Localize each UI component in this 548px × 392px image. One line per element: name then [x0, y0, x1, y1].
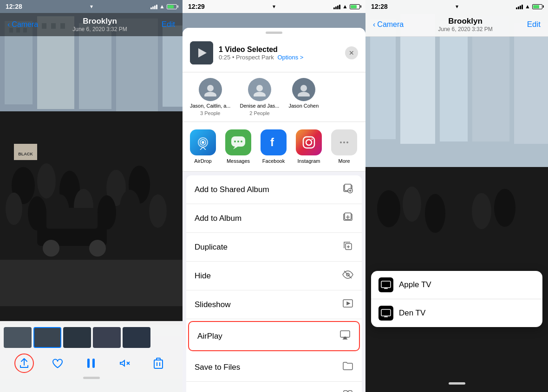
apps-row: AirDrop Messages f — [183, 122, 365, 172]
svg-point-59 — [202, 141, 204, 144]
svg-point-70 — [312, 139, 313, 140]
pause-button-1[interactable] — [81, 353, 101, 373]
collect-board-icon — [342, 389, 353, 392]
svg-rect-42 — [157, 358, 160, 360]
wifi-icon-1: ▲ — [159, 3, 165, 10]
duplicate-icon — [342, 240, 353, 254]
share-button-1[interactable] — [14, 353, 34, 373]
status-icons-2: ▲ — [333, 3, 360, 10]
svg-text:f: f — [270, 136, 274, 148]
app-more[interactable]: More — [331, 129, 357, 164]
thumbnail-2[interactable] — [33, 327, 61, 348]
edit-button-3[interactable]: Edit — [527, 20, 541, 29]
svg-point-71 — [340, 141, 342, 143]
background-photo-3 — [365, 0, 548, 392]
action-label-airplay: AirPlay — [197, 332, 222, 341]
svg-rect-36 — [87, 359, 90, 368]
nav-title-1: Brooklyn June 6, 2020 3:32 PM — [38, 17, 161, 32]
mute-button-1[interactable] — [115, 353, 135, 373]
svg-rect-68 — [303, 137, 314, 148]
airplay-device-appletv[interactable]: Apple TV — [371, 271, 542, 299]
battery-icon-1 — [167, 4, 177, 9]
svg-rect-98 — [370, 19, 396, 139]
home-indicator-3 — [365, 382, 548, 388]
thumbnail-5[interactable] — [123, 327, 150, 348]
like-button-1[interactable] — [48, 353, 67, 373]
svg-point-109 — [494, 189, 515, 227]
action-add-shared-album[interactable]: Add to Shared Album — [186, 175, 362, 204]
svg-point-66 — [241, 141, 242, 142]
contact-avatar-2 — [248, 78, 271, 101]
album-date-1: June 6, 2020 3:32 PM — [38, 26, 161, 32]
app-facebook[interactable]: f Facebook — [261, 129, 287, 164]
svg-rect-37 — [92, 359, 95, 368]
svg-marker-89 — [347, 302, 350, 305]
status-icons-3: ▲ — [516, 3, 542, 10]
contact-name-2: Denise and Jas... — [240, 103, 279, 109]
svg-point-55 — [300, 85, 307, 91]
app-airdrop[interactable]: AirDrop — [190, 129, 216, 164]
back-button-3[interactable]: ‹ Camera — [373, 20, 404, 29]
contact-item-1[interactable]: Jason, Caitlin, a... 3 People — [190, 78, 230, 116]
panel-1: BLACK 12:28 ▾ ▲ — [0, 0, 183, 392]
album-name-3: Brooklyn — [404, 17, 527, 26]
app-label-messages: Messages — [227, 158, 250, 164]
svg-rect-114 — [381, 309, 391, 316]
share-title: 1 Video Selected — [219, 45, 345, 54]
battery-icon-2 — [350, 4, 360, 9]
back-label-3: Camera — [377, 20, 404, 29]
svg-point-106 — [425, 194, 445, 233]
contact-count-2: 2 People — [249, 110, 269, 116]
svg-line-60 — [200, 147, 203, 150]
action-duplicate[interactable]: Duplicate — [186, 233, 362, 262]
svg-point-52 — [204, 92, 216, 96]
share-video-thumbnail — [190, 41, 213, 64]
thumbnail-3[interactable] — [63, 327, 91, 348]
svg-point-105 — [403, 186, 421, 222]
panel-3: 12:28 ▾ ▲ ‹ Camera Brooklyn June 6, 2020… — [365, 0, 548, 392]
svg-point-54 — [254, 92, 266, 96]
action-add-album[interactable]: Add to Album — [186, 204, 362, 233]
action-collect-board[interactable]: Add to Collect board — [186, 382, 362, 392]
nav-title-3: Brooklyn June 6, 2020 3:32 PM — [404, 17, 527, 32]
home-indicator-1 — [83, 377, 100, 379]
thumbnail-1[interactable] — [4, 327, 32, 348]
edit-button-1[interactable]: Edit — [162, 20, 175, 29]
svg-point-65 — [237, 141, 239, 142]
svg-rect-111 — [381, 281, 391, 288]
wifi-icon-2: ▲ — [342, 3, 348, 10]
add-album-icon — [342, 212, 353, 225]
action-hide[interactable]: Hide — [186, 262, 362, 290]
app-instagram[interactable]: Instagram — [296, 129, 322, 164]
share-meta: 1 Video Selected 0:25 • Prospect Park Op… — [219, 45, 345, 61]
delete-button-1[interactable] — [149, 353, 168, 373]
action-airplay[interactable]: AirPlay — [188, 321, 360, 351]
svg-point-72 — [343, 141, 345, 143]
contact-item-2[interactable]: Denise and Jas... 2 People — [240, 78, 279, 116]
svg-rect-100 — [440, 21, 468, 141]
chevron-left-icon-1: ‹ — [7, 20, 10, 29]
airplay-device-dentv[interactable]: Den TV — [371, 299, 542, 327]
messages-icon — [225, 129, 251, 155]
album-name-1: Brooklyn — [38, 17, 161, 26]
battery-icon-3 — [532, 4, 542, 9]
device-name-appletv: Apple TV — [399, 280, 431, 289]
svg-point-56 — [298, 92, 310, 96]
share-header: 1 Video Selected 0:25 • Prospect Park Op… — [183, 34, 365, 72]
share-options-link[interactable]: Options > — [277, 54, 303, 61]
contact-avatar-1 — [199, 78, 222, 101]
status-time-1: 12:28 — [6, 3, 22, 10]
share-close-button[interactable]: ✕ — [345, 46, 358, 59]
app-messages[interactable]: Messages — [225, 129, 251, 164]
app-label-facebook: Facebook — [262, 158, 285, 164]
chevron-left-icon-3: ‹ — [373, 20, 375, 29]
back-button-1[interactable]: ‹ Camera — [7, 20, 38, 29]
thumbnail-4[interactable] — [93, 327, 121, 348]
action-slideshow[interactable]: Slideshow — [186, 290, 362, 319]
panel-2: 12:29 ▾ ▲ — [183, 0, 365, 392]
share-sheet: 1 Video Selected 0:25 • Prospect Park Op… — [183, 28, 365, 392]
action-save-files[interactable]: Save to Files — [186, 353, 362, 382]
contact-count-1: 3 People — [200, 110, 220, 116]
action-scroll-area[interactable]: Add to Shared Album Add to Album — [183, 172, 365, 392]
contact-item-3[interactable]: Jason Cohen — [288, 78, 319, 116]
